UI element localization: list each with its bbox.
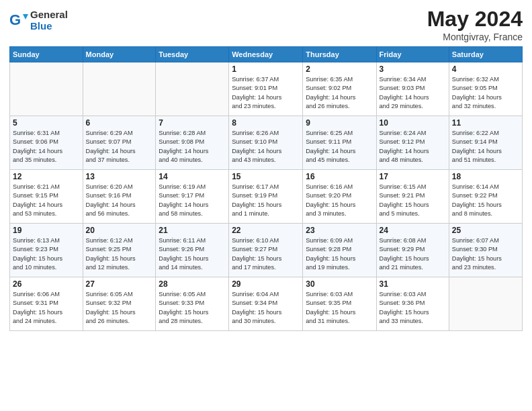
day-number: 3 bbox=[380, 64, 446, 74]
location-subtitle: Montgivray, France bbox=[427, 32, 523, 42]
day-number: 23 bbox=[306, 226, 373, 235]
day-info: Sunrise: 6:35 AM Sunset: 9:02 PM Dayligh… bbox=[306, 75, 373, 111]
calendar-cell: 20Sunrise: 6:12 AM Sunset: 9:25 PM Dayli… bbox=[83, 224, 156, 277]
calendar-cell: 30Sunrise: 6:03 AM Sunset: 9:35 PM Dayli… bbox=[303, 277, 376, 331]
day-info: Sunrise: 6:22 AM Sunset: 9:14 PM Dayligh… bbox=[452, 129, 519, 165]
calendar-week-row: 5Sunrise: 6:31 AM Sunset: 9:06 PM Daylig… bbox=[10, 116, 523, 170]
day-info: Sunrise: 6:25 AM Sunset: 9:11 PM Dayligh… bbox=[306, 129, 373, 165]
day-info: Sunrise: 6:05 AM Sunset: 9:33 PM Dayligh… bbox=[159, 290, 226, 326]
day-number: 6 bbox=[86, 118, 153, 128]
main-title: May 2024 bbox=[427, 7, 523, 32]
calendar-cell: 25Sunrise: 6:07 AM Sunset: 9:30 PM Dayli… bbox=[449, 224, 522, 277]
day-info: Sunrise: 6:13 AM Sunset: 9:23 PM Dayligh… bbox=[13, 236, 80, 272]
calendar-week-row: 12Sunrise: 6:21 AM Sunset: 9:15 PM Dayli… bbox=[10, 170, 523, 224]
calendar-cell: 19Sunrise: 6:13 AM Sunset: 9:23 PM Dayli… bbox=[10, 224, 83, 277]
day-number: 12 bbox=[13, 172, 80, 181]
day-number: 30 bbox=[306, 279, 373, 289]
calendar-cell: 14Sunrise: 6:19 AM Sunset: 9:17 PM Dayli… bbox=[156, 170, 229, 224]
day-info: Sunrise: 6:11 AM Sunset: 9:26 PM Dayligh… bbox=[159, 236, 226, 272]
calendar-cell: 28Sunrise: 6:05 AM Sunset: 9:33 PM Dayli… bbox=[156, 277, 229, 331]
calendar-cell: 17Sunrise: 6:15 AM Sunset: 9:21 PM Dayli… bbox=[376, 170, 449, 224]
day-number: 28 bbox=[159, 279, 226, 289]
day-number: 9 bbox=[306, 118, 373, 128]
title-block: May 2024 Montgivray, France bbox=[427, 7, 523, 42]
calendar-cell: 5Sunrise: 6:31 AM Sunset: 9:06 PM Daylig… bbox=[10, 116, 83, 170]
calendar-cell: 7Sunrise: 6:28 AM Sunset: 9:08 PM Daylig… bbox=[156, 116, 229, 170]
day-number: 2 bbox=[306, 64, 373, 74]
day-number: 20 bbox=[86, 226, 153, 235]
day-number: 10 bbox=[380, 118, 446, 128]
calendar-body: 1Sunrise: 6:37 AM Sunset: 9:01 PM Daylig… bbox=[10, 62, 523, 331]
calendar-cell: 18Sunrise: 6:14 AM Sunset: 9:22 PM Dayli… bbox=[449, 170, 522, 224]
svg-marker-1 bbox=[23, 14, 28, 19]
logo-icon: G bbox=[9, 11, 28, 30]
calendar-cell: 6Sunrise: 6:29 AM Sunset: 9:07 PM Daylig… bbox=[83, 116, 156, 170]
calendar-cell: 21Sunrise: 6:11 AM Sunset: 9:26 PM Dayli… bbox=[156, 224, 229, 277]
day-info: Sunrise: 6:24 AM Sunset: 9:12 PM Dayligh… bbox=[380, 129, 446, 165]
logo: G General Blue bbox=[9, 9, 68, 32]
day-number: 5 bbox=[13, 118, 80, 128]
calendar-cell: 9Sunrise: 6:25 AM Sunset: 9:11 PM Daylig… bbox=[303, 116, 376, 170]
day-info: Sunrise: 6:09 AM Sunset: 9:28 PM Dayligh… bbox=[306, 236, 373, 272]
calendar-cell: 26Sunrise: 6:06 AM Sunset: 9:31 PM Dayli… bbox=[10, 277, 83, 331]
weekday-header-cell: Sunday bbox=[10, 47, 83, 62]
day-number: 29 bbox=[232, 279, 300, 289]
day-info: Sunrise: 6:31 AM Sunset: 9:06 PM Dayligh… bbox=[13, 129, 80, 165]
day-number: 13 bbox=[86, 172, 153, 181]
weekday-header-cell: Friday bbox=[376, 47, 449, 62]
day-info: Sunrise: 6:16 AM Sunset: 9:20 PM Dayligh… bbox=[306, 183, 373, 218]
day-info: Sunrise: 6:12 AM Sunset: 9:25 PM Dayligh… bbox=[86, 236, 153, 272]
calendar-cell: 24Sunrise: 6:08 AM Sunset: 9:29 PM Dayli… bbox=[376, 224, 449, 277]
day-number: 15 bbox=[232, 172, 300, 181]
day-number: 7 bbox=[159, 118, 226, 128]
calendar-cell bbox=[156, 62, 229, 116]
day-number: 8 bbox=[232, 118, 300, 128]
day-number: 25 bbox=[452, 226, 519, 235]
day-info: Sunrise: 6:26 AM Sunset: 9:10 PM Dayligh… bbox=[232, 129, 300, 165]
day-number: 24 bbox=[380, 226, 446, 235]
day-info: Sunrise: 6:21 AM Sunset: 9:15 PM Dayligh… bbox=[13, 183, 80, 218]
day-info: Sunrise: 6:28 AM Sunset: 9:08 PM Dayligh… bbox=[159, 129, 226, 165]
calendar-cell: 8Sunrise: 6:26 AM Sunset: 9:10 PM Daylig… bbox=[229, 116, 303, 170]
calendar-table: SundayMondayTuesdayWednesdayThursdayFrid… bbox=[9, 46, 523, 331]
calendar-cell: 12Sunrise: 6:21 AM Sunset: 9:15 PM Dayli… bbox=[10, 170, 83, 224]
calendar-cell bbox=[10, 62, 83, 116]
calendar-cell bbox=[83, 62, 156, 116]
day-info: Sunrise: 6:06 AM Sunset: 9:31 PM Dayligh… bbox=[13, 290, 80, 326]
weekday-header-cell: Wednesday bbox=[229, 47, 303, 62]
calendar-cell: 16Sunrise: 6:16 AM Sunset: 9:20 PM Dayli… bbox=[303, 170, 376, 224]
calendar-cell bbox=[449, 277, 522, 331]
calendar-cell: 27Sunrise: 6:05 AM Sunset: 9:32 PM Dayli… bbox=[83, 277, 156, 331]
calendar-cell: 15Sunrise: 6:17 AM Sunset: 9:19 PM Dayli… bbox=[229, 170, 303, 224]
day-info: Sunrise: 6:05 AM Sunset: 9:32 PM Dayligh… bbox=[86, 290, 153, 326]
weekday-header-cell: Tuesday bbox=[156, 47, 229, 62]
calendar-cell: 3Sunrise: 6:34 AM Sunset: 9:03 PM Daylig… bbox=[376, 62, 449, 116]
calendar-cell: 10Sunrise: 6:24 AM Sunset: 9:12 PM Dayli… bbox=[376, 116, 449, 170]
day-info: Sunrise: 6:10 AM Sunset: 9:27 PM Dayligh… bbox=[232, 236, 300, 272]
day-info: Sunrise: 6:04 AM Sunset: 9:34 PM Dayligh… bbox=[232, 290, 300, 326]
day-number: 21 bbox=[159, 226, 226, 235]
day-number: 1 bbox=[232, 64, 300, 74]
calendar-cell: 31Sunrise: 6:03 AM Sunset: 9:36 PM Dayli… bbox=[376, 277, 449, 331]
day-number: 31 bbox=[380, 279, 446, 289]
day-info: Sunrise: 6:03 AM Sunset: 9:36 PM Dayligh… bbox=[380, 290, 446, 326]
day-number: 27 bbox=[86, 279, 153, 289]
calendar-cell: 22Sunrise: 6:10 AM Sunset: 9:27 PM Dayli… bbox=[229, 224, 303, 277]
day-number: 26 bbox=[13, 279, 80, 289]
day-number: 22 bbox=[232, 226, 300, 235]
day-number: 16 bbox=[306, 172, 373, 181]
day-info: Sunrise: 6:32 AM Sunset: 9:05 PM Dayligh… bbox=[452, 75, 519, 111]
calendar-week-row: 1Sunrise: 6:37 AM Sunset: 9:01 PM Daylig… bbox=[10, 62, 523, 116]
day-info: Sunrise: 6:20 AM Sunset: 9:16 PM Dayligh… bbox=[86, 183, 153, 218]
weekday-header-row: SundayMondayTuesdayWednesdayThursdayFrid… bbox=[10, 47, 523, 62]
calendar-cell: 2Sunrise: 6:35 AM Sunset: 9:02 PM Daylig… bbox=[303, 62, 376, 116]
day-info: Sunrise: 6:07 AM Sunset: 9:30 PM Dayligh… bbox=[452, 236, 519, 272]
calendar-cell: 11Sunrise: 6:22 AM Sunset: 9:14 PM Dayli… bbox=[449, 116, 522, 170]
day-info: Sunrise: 6:19 AM Sunset: 9:17 PM Dayligh… bbox=[159, 183, 226, 218]
day-number: 11 bbox=[452, 118, 519, 128]
day-info: Sunrise: 6:34 AM Sunset: 9:03 PM Dayligh… bbox=[380, 75, 446, 111]
calendar-cell: 4Sunrise: 6:32 AM Sunset: 9:05 PM Daylig… bbox=[449, 62, 522, 116]
calendar-cell: 29Sunrise: 6:04 AM Sunset: 9:34 PM Dayli… bbox=[229, 277, 303, 331]
calendar-cell: 1Sunrise: 6:37 AM Sunset: 9:01 PM Daylig… bbox=[229, 62, 303, 116]
logo-general-text: General bbox=[30, 9, 68, 21]
